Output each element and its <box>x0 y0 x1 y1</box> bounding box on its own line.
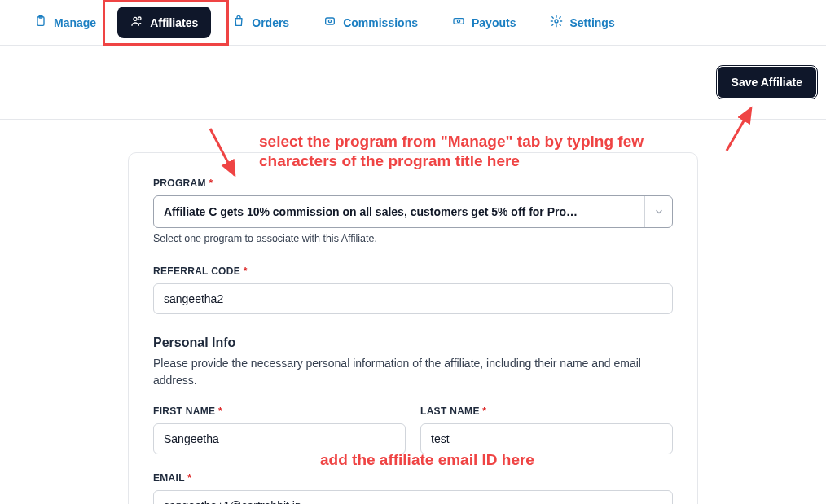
gear-icon <box>550 15 563 30</box>
save-affiliate-button[interactable]: Save Affiliate <box>718 67 816 98</box>
bag-icon <box>232 15 245 30</box>
email-input[interactable] <box>153 490 673 504</box>
nav-item-manage[interactable]: Manage <box>21 7 109 38</box>
required-mark: * <box>218 405 222 417</box>
svg-rect-4 <box>326 18 335 24</box>
nav-label: Commissions <box>343 16 418 29</box>
referral-code-label: REFERRAL CODE * <box>153 265 673 277</box>
header-bar: Save Affiliate <box>0 46 826 120</box>
program-label: PROGRAM * <box>153 177 673 189</box>
svg-point-2 <box>134 17 137 20</box>
clipboard-icon <box>34 15 47 30</box>
annotation-program-hint: select the program from "Manage" tab by … <box>259 132 658 171</box>
chevron-down-icon <box>644 196 672 227</box>
email-label: EMAIL * <box>153 472 673 484</box>
personal-info-desc: Please provide the necessary personal in… <box>153 355 673 389</box>
users-icon <box>130 15 143 30</box>
personal-info-heading: Personal Info <box>153 335 673 350</box>
last-name-label: LAST NAME * <box>420 405 673 417</box>
svg-point-8 <box>555 20 558 23</box>
nav-label: Orders <box>252 16 289 29</box>
required-mark: * <box>187 472 191 484</box>
first-name-label: FIRST NAME * <box>153 405 406 417</box>
badge-icon <box>323 15 336 30</box>
nav-label: Manage <box>54 16 96 29</box>
annotation-email-hint: add the affiliate email ID here <box>320 450 534 470</box>
svg-point-5 <box>329 20 332 22</box>
required-mark: * <box>482 405 486 417</box>
program-helper: Select one program to associate with thi… <box>153 233 673 244</box>
program-select-value: Affiliate C gets 10% commission on all s… <box>154 196 644 227</box>
required-mark: * <box>209 177 213 189</box>
top-nav: Manage Affiliates Orders Commissions Pay… <box>0 0 826 46</box>
nav-item-orders[interactable]: Orders <box>219 7 302 38</box>
svg-point-7 <box>457 20 459 22</box>
referral-code-input[interactable] <box>153 283 673 314</box>
nav-item-affiliates[interactable]: Affiliates <box>117 7 211 38</box>
nav-item-settings[interactable]: Settings <box>537 7 627 38</box>
nav-item-commissions[interactable]: Commissions <box>310 7 431 38</box>
nav-item-payouts[interactable]: Payouts <box>439 7 529 38</box>
svg-point-3 <box>138 17 141 20</box>
program-select[interactable]: Affiliate C gets 10% commission on all s… <box>153 195 673 228</box>
nav-label: Payouts <box>472 16 516 29</box>
required-mark: * <box>244 265 248 277</box>
nav-label: Affiliates <box>150 16 198 29</box>
nav-label: Settings <box>569 16 614 29</box>
money-icon <box>452 15 465 30</box>
